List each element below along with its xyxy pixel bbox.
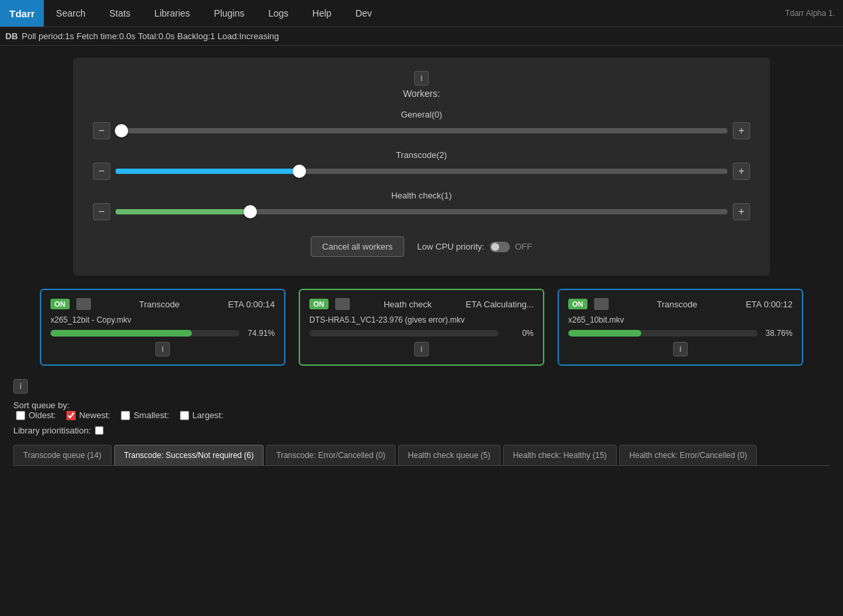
- healthcheck-slider-label: Health check(1): [93, 191, 750, 200]
- sort-options-row: Oldest: Newest: Smallest: Largest:: [13, 410, 830, 420]
- sort-smallest-checkbox[interactable]: [121, 411, 130, 420]
- worker-card-1-progress-bar: [50, 330, 240, 337]
- worker-card-1-header: ON Transcode ETA 0:00:14: [50, 298, 275, 310]
- worker-card-2-stop-button[interactable]: [335, 298, 350, 310]
- transcode-slider-decrease[interactable]: −: [93, 163, 110, 180]
- tab-transcode-error[interactable]: Transcode: Error/Cancelled (0): [266, 445, 395, 465]
- nav-item-help[interactable]: Help: [301, 0, 344, 27]
- worker-card-3-percent: 38.76%: [763, 329, 793, 338]
- nav-item-dev[interactable]: Dev: [343, 0, 384, 27]
- tab-transcode-success[interactable]: Transcode: Success/Not required (6): [114, 445, 264, 465]
- worker-card-1-percent: 74.91%: [245, 329, 275, 338]
- worker-card-2-progress-row: 0%: [309, 329, 534, 338]
- worker-card-2-header: ON Heath check ETA Calculating...: [309, 298, 534, 310]
- healthcheck-slider-decrease[interactable]: −: [93, 203, 110, 220]
- nav-item-stats[interactable]: Stats: [98, 0, 143, 27]
- healthcheck-slider-fill: [115, 209, 250, 214]
- worker-card-2-filename: DTS-HRA5.1_VC1-23.976 (gives error).mkv: [309, 315, 534, 325]
- healthcheck-slider-thumb[interactable]: [244, 205, 257, 218]
- general-slider-track[interactable]: [115, 128, 728, 133]
- general-slider-label: General(0): [93, 110, 750, 119]
- sort-newest[interactable]: Newest:: [66, 410, 110, 420]
- worker-card-2-progress-bar: [309, 330, 498, 337]
- worker-card-3-progress-row: 38.76%: [568, 329, 793, 338]
- cancel-all-workers-button[interactable]: Cancel all workers: [311, 236, 404, 257]
- nav-item-libraries[interactable]: Libraries: [143, 0, 202, 27]
- general-slider-row: General(0) − +: [93, 110, 750, 139]
- worker-card-3-on-badge: ON: [568, 299, 587, 309]
- workers-actions-row: Cancel all workers Low CPU priority: OFF: [93, 236, 750, 257]
- worker-card-3-type: Transcode: [615, 299, 739, 309]
- cpu-priority-knob: [491, 243, 499, 251]
- library-prio-checkbox[interactable]: [95, 426, 104, 435]
- poll-value: 1s: [65, 31, 74, 41]
- app-version: Tdarr Alpha 1.: [785, 9, 843, 18]
- total-value: 0.0s: [159, 31, 175, 41]
- library-prio-label: Library prioritisation:: [13, 425, 91, 435]
- library-prioritisation-row: Library prioritisation:: [13, 425, 830, 435]
- tab-health-healthy[interactable]: Health check: Healthy (15): [503, 445, 617, 465]
- worker-card-1-stop-button[interactable]: [76, 298, 91, 310]
- nav-brand[interactable]: Tdarr: [0, 0, 44, 27]
- transcode-slider-increase[interactable]: +: [733, 163, 750, 180]
- transcode-slider-track[interactable]: [115, 169, 728, 174]
- queue-tabs-row: Transcode queue (14) Transcode: Success/…: [13, 445, 830, 466]
- worker-card-1-progress-row: 74.91%: [50, 329, 275, 338]
- worker-card-3-stop-button[interactable]: [594, 298, 609, 310]
- worker-card-1-info-button[interactable]: i: [155, 342, 170, 356]
- worker-card-2-on-badge: ON: [309, 299, 329, 309]
- tab-health-error[interactable]: Health check: Error/Cancelled (0): [619, 445, 757, 465]
- load-label: Load:: [218, 31, 240, 41]
- worker-card-3-info-button[interactable]: i: [673, 342, 688, 356]
- status-bar: DB Poll period: 1s Fetch time: 0.0s Tota…: [0, 27, 843, 46]
- general-slider-thumb[interactable]: [115, 124, 128, 137]
- healthcheck-slider-track[interactable]: [115, 209, 728, 214]
- load-value: Increasing: [239, 31, 279, 41]
- backlog-label: Backlog:: [177, 31, 210, 41]
- general-slider-decrease[interactable]: −: [93, 122, 110, 139]
- cpu-priority-toggle[interactable]: [490, 242, 510, 252]
- worker-card-2-info-button[interactable]: i: [414, 342, 429, 356]
- queue-section: i Sort queue by: Oldest: Newest: Smalles…: [0, 379, 843, 479]
- workers-panel: i Workers: General(0) − + Transcode(2) −: [73, 58, 770, 275]
- sort-largest-label: Largest:: [192, 410, 224, 420]
- queue-info-button[interactable]: i: [13, 379, 28, 394]
- worker-card-3-eta: ETA 0:00:12: [745, 299, 793, 309]
- sort-largest[interactable]: Largest:: [180, 410, 224, 420]
- workers-header: i Workers:: [93, 71, 750, 99]
- backlog-value: 1: [210, 31, 215, 41]
- worker-card-2-eta: ETA Calculating...: [466, 299, 534, 309]
- workers-info-button[interactable]: i: [414, 71, 429, 86]
- nav-item-plugins[interactable]: Plugins: [202, 0, 256, 27]
- cpu-priority-control: Low CPU priority: OFF: [418, 242, 532, 252]
- sort-oldest-checkbox[interactable]: [16, 411, 25, 420]
- worker-card-transcode-2: ON Transcode ETA 0:00:12 x265_10bit.mkv …: [558, 289, 803, 366]
- worker-cards-container: ON Transcode ETA 0:00:14 x265_12bit - Co…: [0, 289, 843, 366]
- sort-oldest-label: Oldest:: [29, 410, 56, 420]
- cpu-priority-state: OFF: [515, 242, 532, 252]
- sort-largest-checkbox[interactable]: [180, 411, 189, 420]
- queue-info-row: i: [13, 379, 830, 394]
- nav-item-logs[interactable]: Logs: [256, 0, 300, 27]
- worker-card-1-eta: ETA 0:00:14: [228, 299, 275, 309]
- worker-card-3-info-row: i: [568, 342, 793, 356]
- healthcheck-slider-row: Health check(1) − +: [93, 191, 750, 220]
- healthcheck-slider-increase[interactable]: +: [733, 203, 750, 220]
- worker-card-healthcheck: ON Heath check ETA Calculating... DTS-HR…: [299, 289, 544, 366]
- tab-health-queue[interactable]: Health check queue (5): [398, 445, 500, 465]
- transcode-slider-thumb[interactable]: [293, 165, 306, 178]
- poll-label: Poll period:: [22, 31, 65, 41]
- slider-section: General(0) − + Transcode(2) − +: [93, 110, 750, 220]
- transcode-slider-fill: [115, 169, 299, 174]
- nav-item-search[interactable]: Search: [44, 0, 97, 27]
- sort-oldest[interactable]: Oldest:: [16, 410, 56, 420]
- sort-smallest-label: Smallest:: [133, 410, 169, 420]
- tab-transcode-queue[interactable]: Transcode queue (14): [13, 445, 112, 465]
- fetch-label: Fetch time:: [76, 31, 119, 41]
- worker-card-2-percent: 0%: [504, 329, 534, 338]
- transcode-slider-label: Transcode(2): [93, 150, 750, 160]
- worker-card-2-type: Heath check: [356, 299, 459, 309]
- sort-smallest[interactable]: Smallest:: [121, 410, 169, 420]
- sort-newest-checkbox[interactable]: [66, 411, 76, 420]
- general-slider-increase[interactable]: +: [733, 122, 750, 139]
